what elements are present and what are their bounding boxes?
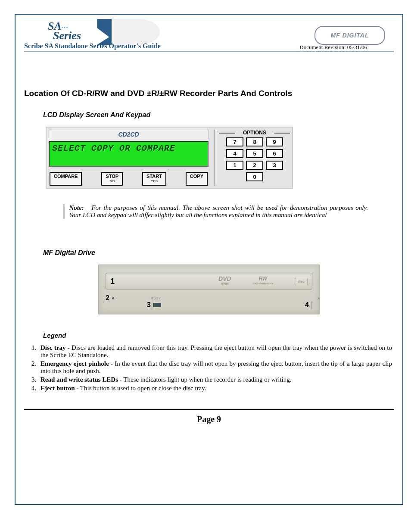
options-keypad: OPTIONS 7 8 9 4 5 6 1 2 3 0: [214, 130, 290, 186]
key-2[interactable]: 2: [246, 161, 263, 170]
callout-3: 3: [147, 301, 151, 309]
callout-4: 4: [305, 301, 309, 309]
lcd-button-row: COMPARE STOPNO STARTYES COPY: [49, 170, 209, 186]
rw-badge-sub: DVD+ReWritable: [253, 282, 273, 285]
key-7[interactable]: 7: [226, 137, 243, 146]
cd2cd-logo: CD2CD: [49, 130, 209, 139]
lcd-left-panel: CD2CD SELECT COPY OR COMPARE COMPARE STO…: [49, 130, 209, 186]
stop-no-button[interactable]: STOPNO: [101, 172, 123, 186]
key-3[interactable]: 3: [266, 161, 283, 170]
mf-logo-text: MF DIGITAL: [330, 32, 369, 39]
key-0[interactable]: 0: [246, 172, 263, 181]
rw-badge-text: RW: [258, 276, 267, 282]
legend-term-3: Read and write status LEDs: [40, 376, 118, 383]
rw-badge: RWDVD+ReWritable: [253, 277, 273, 286]
compare-label: COMPARE: [54, 174, 78, 179]
status-led-icon: [153, 303, 161, 307]
subsection-drive: MF Digital Drive: [43, 249, 394, 257]
key-1[interactable]: 1: [226, 161, 243, 170]
legend-desc-4: - This button is used to open or close t…: [75, 385, 206, 392]
stop-sublabel: NO: [106, 179, 118, 184]
page-frame: SA... Series MF DIGITAL Scribe SA Standa…: [15, 14, 403, 505]
callout-2: 2: [106, 294, 109, 302]
doc-revision: Document Revision: 05/31/06: [299, 44, 367, 51]
legend-term-2: Emergency eject pinhole: [40, 360, 109, 367]
legend-term-1: Disc tray: [40, 344, 65, 351]
section-heading: Location Of CD-R/RW and DVD ±R/±RW Recor…: [24, 89, 394, 98]
compare-button[interactable]: COMPARE: [50, 172, 82, 186]
eject-icon: ▲: [317, 296, 321, 300]
note-bar: [63, 204, 65, 219]
legend-item-1: Disc tray - Discs are loaded and removed…: [38, 344, 392, 359]
start-label: START: [146, 174, 162, 179]
footer-rule: [24, 409, 394, 410]
numeric-keypad: 7 8 9 4 5 6 1 2 3 0: [219, 137, 290, 181]
note-body: For the purposes of this manual. The abo…: [69, 204, 368, 218]
dvd-badge-text: DVD: [218, 275, 231, 282]
logo-text: SA... Series: [48, 22, 81, 40]
key-8[interactable]: 8: [246, 137, 263, 146]
logo-accent: ...: [62, 23, 69, 29]
mf-digital-logo: MF DIGITAL: [314, 26, 385, 45]
lcd-screen: SELECT COPY OR COMPARE: [49, 141, 209, 167]
logo-line2: Series: [53, 29, 81, 42]
dvd-badge: DVDR/RW: [218, 277, 231, 286]
legend-item-3: Read and write status LEDs - These indic…: [38, 376, 392, 383]
emergency-eject-pinhole: [112, 297, 114, 299]
page-number: Page 9: [24, 414, 394, 424]
options-label: OPTIONS: [219, 130, 290, 136]
key-4[interactable]: 4: [226, 149, 243, 158]
copy-button[interactable]: COPY: [186, 172, 208, 186]
copy-label: COPY: [190, 174, 203, 179]
legend-term-4: Eject button: [40, 385, 75, 392]
start-yes-button[interactable]: STARTYES: [142, 172, 166, 186]
page-content: Location Of CD-R/RW and DVD ±R/±RW Recor…: [24, 89, 394, 424]
legend-desc-3: - These indicators light up when the rec…: [118, 376, 292, 383]
key-6[interactable]: 6: [266, 149, 283, 158]
legend-heading: Legend: [43, 332, 394, 339]
stop-label: STOP: [106, 174, 118, 179]
drive-figure: 1 DVDR/RW RWDVD+ReWritable disc 2 BUSY 3…: [98, 264, 320, 314]
guide-title: Scribe SA Standalone Series Operator's G…: [24, 42, 161, 50]
callout-1: 1: [110, 277, 115, 286]
note-label: Note:: [69, 204, 91, 212]
start-sublabel: YES: [146, 179, 162, 184]
legend-item-2: Emergency eject pinhole - In the event t…: [38, 360, 392, 375]
note-text: Note:For the purposes of this manual. Th…: [69, 204, 368, 219]
key-5[interactable]: 5: [246, 149, 263, 158]
page-header: SA... Series MF DIGITAL Scribe SA Standa…: [24, 20, 394, 59]
header-rule: [24, 51, 394, 52]
lcd-keypad-figure: CD2CD SELECT COPY OR COMPARE COMPARE STO…: [46, 127, 293, 189]
dvd-badge-sub: R/RW: [221, 282, 229, 285]
eject-button[interactable]: [311, 301, 312, 309]
legend-desc-1: - Discs are loaded and removed from this…: [40, 344, 392, 358]
note-block: Note:For the purposes of this manual. Th…: [63, 204, 368, 219]
legend-list: Disc tray - Discs are loaded and removed…: [26, 344, 392, 392]
busy-label: BUSY: [151, 297, 161, 300]
legend-item-4: Eject button - This button is used to op…: [38, 385, 392, 392]
subsection-lcd: LCD Display Screen And Keypad: [43, 111, 394, 119]
key-9[interactable]: 9: [266, 137, 283, 146]
disc-tray: 1 DVDR/RW RWDVD+ReWritable disc: [106, 273, 312, 290]
drive-callout-row: 3 4 ▲: [147, 301, 312, 309]
compact-disc-badge: disc: [295, 278, 308, 285]
